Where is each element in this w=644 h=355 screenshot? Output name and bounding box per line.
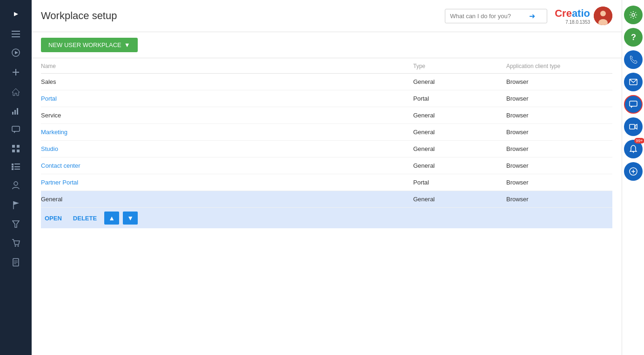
delete-button[interactable]: DELETE [69, 213, 101, 224]
row-type: Portal [413, 95, 506, 102]
svg-rect-22 [14, 169, 20, 170]
column-header-client: Application client type [506, 63, 612, 69]
logo-version: 7.18.0.1353 [565, 20, 590, 25]
page-title: Workplace setup [41, 10, 445, 22]
svg-point-28 [18, 246, 19, 247]
table-row[interactable]: General General Browser [41, 191, 612, 208]
row-name: Marketing [41, 129, 413, 136]
row-name: Sales [41, 78, 413, 85]
table-row[interactable]: Sales General Browser [41, 74, 612, 90]
table-row[interactable]: Studio General Browser [41, 141, 612, 157]
avatar-image [594, 7, 612, 25]
new-workplace-button[interactable]: NEW USER WORKPLACE ▼ [41, 38, 138, 52]
header: Workplace setup ➜ Creatio 7.18.0.1353 [32, 0, 622, 32]
table-row[interactable]: Partner Portal Portal Browser [41, 174, 612, 191]
sidebar-item-cart[interactable] [0, 233, 32, 253]
search-submit-icon[interactable]: ➜ [529, 12, 535, 20]
sidebar-item-home[interactable] [0, 82, 32, 102]
sidebar-item-grid[interactable] [0, 139, 32, 158]
table-container: Name Type Application client type Sales … [32, 58, 622, 355]
svg-marker-4 [15, 51, 18, 55]
svg-point-23 [14, 182, 18, 185]
main-content: Workplace setup ➜ Creatio 7.18.0.1353 NE… [32, 0, 622, 355]
svg-rect-9 [14, 110, 16, 115]
search-input[interactable] [450, 13, 529, 20]
svg-rect-10 [17, 108, 18, 115]
row-name: Contact center [41, 162, 413, 169]
svg-marker-26 [13, 221, 19, 227]
sidebar-toggle[interactable]: ▸ [9, 4, 23, 23]
left-sidebar: ▸ [0, 0, 32, 355]
svg-rect-15 [12, 150, 15, 152]
settings-icon[interactable] [624, 6, 643, 24]
row-type: General [413, 145, 506, 152]
svg-rect-41 [630, 124, 635, 129]
svg-marker-25 [13, 201, 19, 205]
table-row[interactable]: Service General Browser [41, 107, 612, 124]
row-client: Browser [506, 145, 612, 152]
table-row[interactable]: Marketing General Browser [41, 124, 612, 141]
sidebar-item-menu[interactable] [0, 25, 32, 43]
search-bar[interactable]: ➜ [445, 9, 547, 23]
sidebar-item-analytics[interactable] [0, 102, 32, 120]
row-type: General [413, 162, 506, 169]
sidebar-item-plus[interactable] [0, 62, 32, 82]
row-name: Portal [41, 95, 413, 102]
svg-point-36 [632, 14, 635, 16]
svg-rect-0 [12, 31, 20, 32]
phone-icon[interactable] [624, 50, 643, 69]
notifications-badge: 99+ [634, 138, 644, 143]
tasks-icon[interactable] [624, 162, 643, 181]
row-client: Browser [506, 179, 612, 186]
svg-rect-2 [12, 36, 20, 37]
sidebar-item-chat[interactable] [0, 120, 32, 139]
row-type: General [413, 196, 506, 203]
avatar[interactable] [594, 7, 612, 25]
row-client: Browser [506, 196, 612, 203]
svg-rect-21 [12, 168, 13, 170]
logo: Creatio [555, 7, 590, 20]
svg-point-27 [15, 246, 16, 247]
table-row[interactable]: Portal Portal Browser [41, 90, 612, 107]
svg-rect-17 [12, 164, 13, 165]
svg-rect-11 [12, 126, 20, 131]
toolbar: NEW USER WORKPLACE ▼ [32, 32, 622, 58]
row-name: General [41, 196, 413, 203]
video-icon[interactable] [624, 117, 643, 136]
sidebar-item-play[interactable] [0, 43, 32, 62]
sidebar-item-list[interactable] [0, 158, 32, 176]
column-header-name: Name [41, 63, 413, 69]
svg-text:?: ? [631, 33, 636, 41]
chat-icon[interactable] [624, 95, 643, 114]
right-panel: ? 99+ [622, 0, 644, 355]
svg-rect-18 [14, 164, 20, 164]
svg-marker-42 [635, 124, 637, 129]
svg-rect-14 [17, 145, 20, 148]
open-button[interactable]: OPEN [41, 213, 66, 224]
move-up-button[interactable]: ▲ [104, 212, 119, 225]
row-type: Portal [413, 179, 506, 186]
row-client: Browser [506, 162, 612, 169]
row-type: General [413, 112, 506, 119]
svg-rect-13 [12, 145, 15, 148]
help-icon[interactable]: ? [624, 28, 643, 47]
move-down-button[interactable]: ▼ [123, 212, 138, 225]
svg-rect-6 [13, 72, 19, 73]
sidebar-item-doc[interactable] [0, 253, 32, 272]
table-row[interactable]: Contact center General Browser [41, 157, 612, 174]
table-header: Name Type Application client type [41, 58, 612, 74]
new-workplace-label: NEW USER WORKPLACE [48, 41, 121, 48]
mail-icon[interactable] [624, 73, 643, 91]
row-name: Partner Portal [41, 179, 413, 186]
svg-rect-8 [12, 112, 13, 115]
sidebar-item-funnel[interactable] [0, 215, 32, 233]
row-client: Browser [506, 112, 612, 119]
sidebar-item-person[interactable] [0, 176, 32, 195]
svg-marker-7 [12, 89, 20, 96]
bell-icon[interactable]: 99+ [624, 140, 643, 158]
row-name: Service [41, 112, 413, 119]
row-type: General [413, 129, 506, 136]
row-type: General [413, 78, 506, 85]
svg-rect-20 [14, 166, 20, 167]
sidebar-item-flag[interactable] [0, 195, 32, 215]
